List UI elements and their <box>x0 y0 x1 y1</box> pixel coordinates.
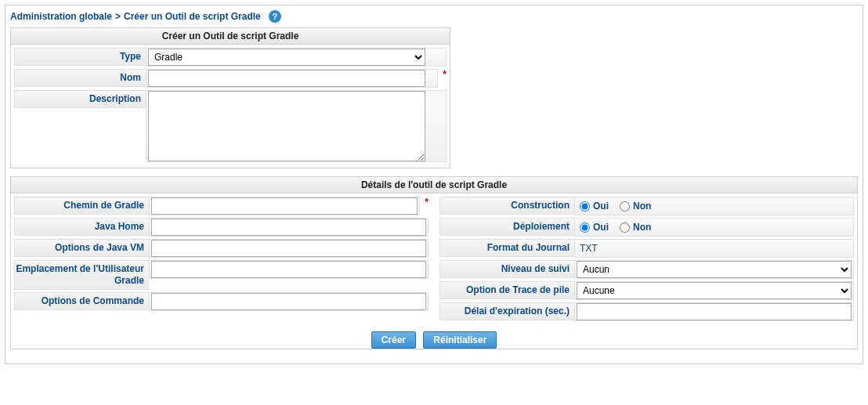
jvmopts-input[interactable] <box>151 240 426 257</box>
required-mark: * <box>425 197 429 208</box>
type-label: Type <box>14 48 146 66</box>
deploiement-oui-radio[interactable] <box>580 222 590 233</box>
reset-button[interactable]: Réinitialiser <box>423 331 497 349</box>
breadcrumb-sep: > <box>115 11 121 22</box>
javahome-input[interactable] <box>151 219 426 236</box>
construction-oui[interactable]: Oui <box>580 201 609 212</box>
userloc-label: Emplacement de l'Utilisateur Gradle <box>14 260 149 290</box>
oui-label: Oui <box>593 222 609 233</box>
create-button[interactable]: Créer <box>371 331 416 349</box>
deploiement-non[interactable]: Non <box>620 222 651 233</box>
type-select[interactable]: Gradle <box>148 49 425 66</box>
oui-label: Oui <box>593 201 609 212</box>
breadcrumb: Administration globale > Créer un Outil … <box>10 9 858 27</box>
jvmopts-label: Options de Java VM <box>14 239 149 257</box>
required-mark: * <box>443 69 447 80</box>
delai-input[interactable] <box>577 303 852 320</box>
help-icon[interactable]: ? <box>269 10 281 23</box>
chemin-input[interactable] <box>151 197 418 215</box>
delai-label: Délai d'expiration (sec.) <box>439 302 574 320</box>
description-textarea[interactable] <box>148 91 425 161</box>
create-panel: Créer un Outil de script Gradle Type Gra… <box>10 27 450 168</box>
deploiement-label: Déploiement <box>439 218 574 236</box>
nom-input[interactable] <box>148 70 425 87</box>
button-row: Créer Réinitialiser <box>11 327 857 349</box>
construction-non[interactable]: Non <box>620 201 651 212</box>
journal-label: Format du Journal <box>439 239 574 257</box>
details-left-col: Chemin de Gradle * Java Home Options de … <box>14 197 429 324</box>
breadcrumb-current: Créer un Outil de script Gradle <box>124 11 261 22</box>
deploiement-non-radio[interactable] <box>620 222 630 233</box>
chemin-label: Chemin de Gradle <box>14 197 149 215</box>
niveau-label: Niveau de suivi <box>439 260 574 278</box>
breadcrumb-root[interactable]: Administration globale <box>10 11 112 22</box>
trace-select[interactable]: Aucune <box>577 282 852 299</box>
userloc-input[interactable] <box>151 261 426 278</box>
details-panel-title: Détails de l'outil de script Gradle <box>11 177 857 193</box>
javahome-label: Java Home <box>14 218 149 236</box>
nom-label: Nom <box>14 69 146 87</box>
construction-label: Construction <box>439 197 574 215</box>
cmdopts-label: Options de Commande <box>14 292 149 310</box>
details-right-col: Construction Oui Non Déploiement Oui Non <box>439 197 854 324</box>
non-label: Non <box>633 201 651 212</box>
cmdopts-input[interactable] <box>151 293 426 310</box>
details-panel: Détails de l'outil de script Gradle Chem… <box>10 176 858 349</box>
page-container: Administration globale > Créer un Outil … <box>5 5 863 364</box>
journal-value: TXT <box>577 240 601 257</box>
description-label: Description <box>14 90 146 108</box>
trace-label: Option de Trace de pile <box>439 281 574 299</box>
construction-non-radio[interactable] <box>620 201 630 212</box>
construction-oui-radio[interactable] <box>580 201 590 212</box>
niveau-select[interactable]: Aucun <box>577 261 852 278</box>
create-panel-title: Créer un Outil de script Gradle <box>11 28 450 45</box>
deploiement-oui[interactable]: Oui <box>580 222 609 233</box>
non-label: Non <box>633 222 651 233</box>
